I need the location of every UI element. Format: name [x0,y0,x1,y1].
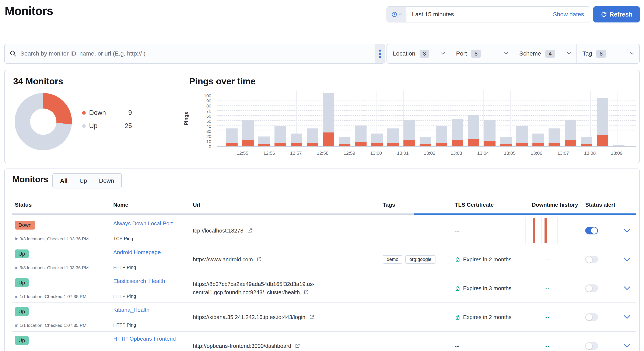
monitor-name-link[interactable]: Android Homepage [113,249,161,256]
y-axis-ticks: 0102030405060708090100 [191,90,214,147]
downtime-history-sparkline[interactable] [526,217,559,244]
status-alert-toggle[interactable] [585,256,598,263]
lock-icon [455,257,460,262]
legend-item-up[interactable]: Up 25 [82,121,132,131]
chevron-down-icon [441,52,444,55]
monitor-type: HTTP Ping [113,322,136,328]
monitors-donut-chart[interactable] [15,93,72,150]
expand-row-chevron-icon[interactable] [624,344,630,348]
ping-bar[interactable] [323,93,334,146]
down-segment [371,143,383,146]
ping-bar[interactable] [484,120,496,146]
ping-bar[interactable] [452,119,463,146]
monitor-rows: Down in 3/3 locations, Checked 1:03:36 P… [12,216,636,351]
ping-bar[interactable] [371,134,383,146]
name-cell: Kibana_Health HTTP Ping [113,303,193,331]
kql-syntax-button[interactable] [375,44,384,63]
external-link-icon[interactable] [247,228,252,233]
monitor-name-link[interactable]: Always Down Local Port [113,220,173,227]
ping-bar[interactable] [468,115,480,146]
ping-bar[interactable] [339,137,350,146]
tab-up[interactable]: Up [74,174,93,188]
down-segment [484,141,496,146]
y-tick: 80 [206,104,211,108]
column-header-status: Status [12,199,113,208]
x-tick: 13:09 [611,150,622,156]
ping-bar[interactable] [532,134,544,146]
down-segment [532,143,544,146]
ping-bar[interactable] [581,137,592,146]
ping-bar[interactable] [565,120,576,146]
pings-bar-chart[interactable] [217,90,636,147]
expand-row-chevron-icon[interactable] [624,229,630,233]
tag-chip[interactable]: demo [383,255,402,264]
ping-bar[interactable] [290,134,302,146]
sparkline-gridline [526,217,526,244]
ping-bar[interactable] [597,98,608,146]
x-tick: 13:02 [424,150,435,156]
ping-bar[interactable] [387,128,399,146]
status-alert-toggle[interactable] [585,285,598,292]
monitor-name-link[interactable]: Elasticsearch_Health [113,278,165,285]
status-cell: Up in 3/3 locations, Checked 1:03:36 PM [12,245,113,274]
filter-button-port[interactable]: Port 8 [450,44,513,63]
external-link-icon[interactable] [295,343,300,349]
ping-bar[interactable] [355,125,366,146]
ping-bar[interactable] [613,145,624,146]
time-range-value[interactable]: Last 15 minutes [406,11,454,18]
external-link-icon[interactable] [304,290,309,295]
down-segment [226,143,238,146]
y-axis-title: Pings [182,90,190,147]
ping-bar[interactable] [226,128,238,146]
ping-bar[interactable] [420,137,431,146]
show-dates-button[interactable]: Show dates [553,11,590,18]
external-link-icon[interactable] [256,257,262,262]
ping-bar[interactable] [274,126,286,146]
monitor-name-link[interactable]: Kibana_Health [113,307,150,313]
ping-bar[interactable] [258,136,270,146]
status-alert-toggle[interactable] [585,342,598,350]
ping-bar[interactable] [516,126,528,146]
ping-bar[interactable] [242,120,254,146]
x-tick: 12:59 [344,150,355,156]
ping-bar[interactable] [404,120,415,146]
ping-bar[interactable] [548,128,560,146]
time-range-picker[interactable]: Last 15 minutes Show dates [386,6,590,22]
down-segment [597,135,608,146]
status-alert-toggle[interactable] [585,313,598,321]
expand-row-chevron-icon[interactable] [624,286,630,290]
search-input[interactable] [20,44,375,63]
refresh-button[interactable]: Refresh [593,6,640,22]
expand-row-chevron-icon[interactable] [624,315,630,319]
tab-all[interactable]: All [54,174,74,188]
up-segment [565,120,576,140]
x-tick: 13:03 [450,150,462,156]
ping-bar[interactable] [436,126,447,146]
status-alert-toggle[interactable] [585,227,598,234]
filter-button-location[interactable]: Location 3 [387,44,450,63]
column-header-status-alert: Status alert [585,199,636,208]
v-gridline [484,90,484,146]
checked-info: in 3/3 locations, Checked 1:03:36 PM [15,236,89,241]
tag-chip[interactable]: org:google [405,255,436,264]
overview-panel: 34 Monitors Down 9 Up 25 Pings over time… [4,70,640,163]
filter-button-tag[interactable]: Tag 8 [576,44,639,63]
expand-row-chevron-icon[interactable] [624,258,630,262]
ping-bar[interactable] [500,137,512,146]
column-header-name: Name [113,199,193,208]
external-link-icon[interactable] [309,315,314,320]
down-segment [290,143,302,146]
tls-expiry-text: Expires in 3 months [463,285,512,292]
ping-bar[interactable] [307,128,318,146]
downtime-history-cell [532,216,585,245]
filter-label: Tag [582,50,592,57]
sparkline-gridline [541,217,542,244]
quick-select-menu-button[interactable] [387,7,406,22]
monitor-url: tcp://localhost:18278 [193,227,252,235]
tab-down[interactable]: Down [93,174,120,188]
status-badge: Up [15,278,29,287]
h-gridline [217,100,636,100]
legend-item-down[interactable]: Down 9 [82,108,132,117]
monitor-name-link[interactable]: HTTP-Opbeans-Frontend [113,336,176,342]
filter-button-scheme[interactable]: Scheme 4 [513,44,576,63]
